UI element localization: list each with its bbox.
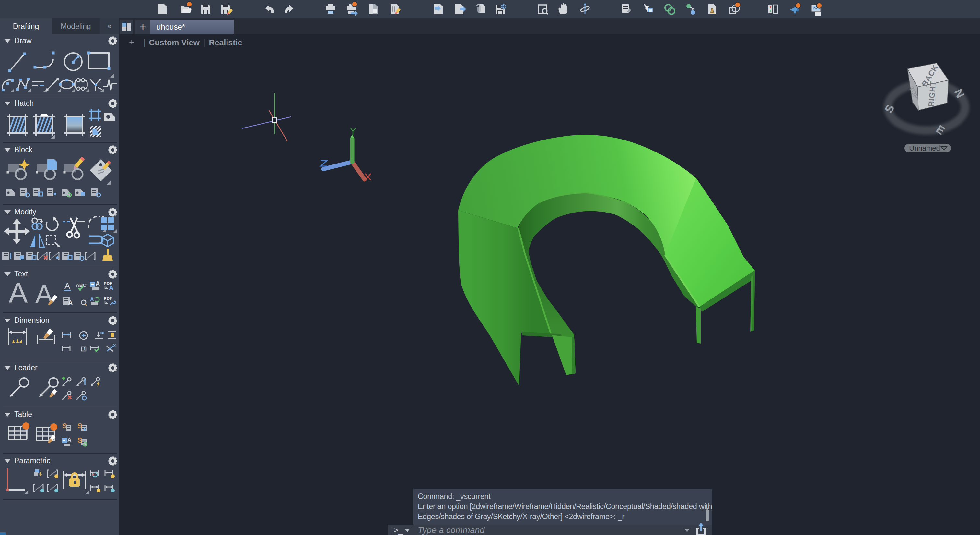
svg-text:A: A — [109, 284, 113, 291]
svg-text:A: A — [95, 280, 100, 287]
svg-text:.1: .1 — [82, 347, 86, 351]
svg-text:A: A — [65, 281, 70, 291]
svg-text:PDF: PDF — [104, 296, 112, 301]
svg-text:A: A — [68, 299, 73, 306]
svg-text:x: x — [113, 342, 116, 348]
svg-text:ABC: ABC — [76, 282, 86, 288]
svg-text:A: A — [90, 297, 94, 302]
svg-text:Unnamed: Unnamed — [909, 144, 940, 152]
svg-text:A: A — [67, 437, 71, 443]
svg-text:A: A — [9, 277, 28, 309]
